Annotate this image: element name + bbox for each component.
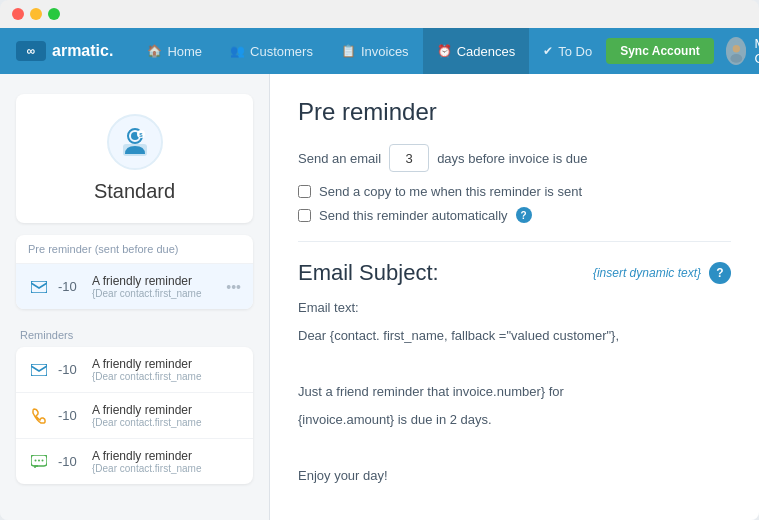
logo-text: armatic. [52, 42, 113, 60]
reminder-subtitle-r0: {Dear contact.first_name [92, 371, 241, 382]
sms-icon [28, 454, 50, 470]
copy-checkbox[interactable] [298, 185, 311, 198]
reminder-days-r1: -10 [58, 408, 84, 423]
copy-label: Send a copy to me when this reminder is … [319, 184, 582, 199]
nav-item-invoices[interactable]: 📋 Invoices [327, 28, 423, 74]
reminders-section: -10 A friendly reminder {Dear contact.fi… [16, 347, 253, 484]
svg-point-11 [35, 459, 37, 461]
reminder-days-r0: -10 [58, 362, 84, 377]
reminder-title-0: A friendly reminder [92, 274, 218, 288]
checkbox-row-0: Send a copy to me when this reminder is … [298, 184, 731, 199]
reminder-subtitle-r1: {Dear contact.first_name [92, 417, 241, 428]
person-icon: $ [119, 126, 151, 158]
close-dot[interactable] [12, 8, 24, 20]
email-icon [28, 279, 50, 295]
nav-item-customers[interactable]: 👥 Customers [216, 28, 327, 74]
sync-account-button[interactable]: Sync Account [606, 38, 714, 64]
nav-invoices-label: Invoices [361, 44, 409, 59]
svg-point-1 [732, 45, 739, 52]
email-subject-title: Email Subject: [298, 260, 439, 286]
nav-customers-label: Customers [250, 44, 313, 59]
insert-dynamic-button[interactable]: {insert dynamic text} [593, 266, 701, 280]
todo-icon: ✔ [543, 44, 553, 58]
pre-reminder-title: Pre reminder [298, 98, 731, 126]
cadence-name: Standard [36, 180, 233, 203]
phone-icon-svg [32, 408, 46, 424]
reminder-days-r2: -10 [58, 454, 84, 469]
email-body: Dear {contact. first_name, fallback ="va… [298, 325, 731, 520]
pre-reminder-section: Pre reminder (sent before due) -10 A fri… [16, 235, 253, 309]
help-icon-small[interactable]: ? [516, 207, 532, 223]
sidebar: $ Standard Pre reminder (sent before due… [0, 74, 270, 520]
svg-rect-9 [31, 364, 47, 376]
email-envelope-icon [31, 281, 47, 293]
email-actions: {insert dynamic text} ? [593, 262, 731, 284]
avatar [726, 37, 747, 65]
home-icon: 🏠 [147, 44, 162, 58]
reminder-days-0: -10 [58, 279, 84, 294]
cadences-icon: ⏰ [437, 44, 452, 58]
nav-home-label: Home [167, 44, 202, 59]
sms-icon-svg [31, 455, 47, 469]
nav-user[interactable]: Max Golovnia ▼ [726, 36, 759, 66]
reminder-item-0[interactable]: -10 A friendly reminder {Dear contact.fi… [16, 347, 253, 393]
send-email-label: Send an email [298, 151, 381, 166]
reminder-item-2[interactable]: -10 A friendly reminder {Dear contact.fi… [16, 439, 253, 484]
auto-checkbox[interactable] [298, 209, 311, 222]
divider [298, 241, 731, 242]
cadence-icon: $ [107, 114, 163, 170]
logo-icon: ∞ [16, 41, 46, 61]
reminder-info-0: A friendly reminder {Dear contact.first_… [92, 274, 218, 299]
right-panel: Pre reminder Send an email 3 days before… [270, 74, 759, 520]
nav-bar: ∞ armatic. 🏠 Home 👥 Customers 📋 Invoices… [0, 28, 759, 74]
send-email-row: Send an email 3 days before invoice is d… [298, 144, 731, 172]
pre-reminder-item-0[interactable]: -10 A friendly reminder {Dear contact.fi… [16, 264, 253, 309]
title-bar [0, 0, 759, 28]
email-line-4 [298, 437, 731, 459]
reminder-title-r2: A friendly reminder [92, 449, 241, 463]
reminder-subtitle-r2: {Dear contact.first_name [92, 463, 241, 474]
nav-todo-label: To Do [558, 44, 592, 59]
cadence-card: $ Standard [16, 94, 253, 223]
phone-icon [28, 408, 50, 424]
nav-item-cadences[interactable]: ⏰ Cadences [423, 28, 530, 74]
days-before-label: days before invoice is due [437, 151, 587, 166]
email-text-label: Email text: [298, 300, 731, 315]
pre-reminder-header: Pre reminder (sent before due) [16, 235, 253, 264]
email-line-5: Enjoy your day! [298, 465, 731, 487]
reminder-more-icon[interactable]: ••• [226, 279, 241, 295]
email-line-3: {invoice.amount} is due in 2 days. [298, 409, 731, 431]
avatar-image [726, 37, 747, 65]
nav-cadences-label: Cadences [457, 44, 516, 59]
customers-icon: 👥 [230, 44, 245, 58]
reminder-title-r0: A friendly reminder [92, 357, 241, 371]
maximize-dot[interactable] [48, 8, 60, 20]
svg-point-12 [38, 459, 40, 461]
reminder-title-r1: A friendly reminder [92, 403, 241, 417]
email-icon-svg [31, 364, 47, 376]
user-name: Max Golovnia [754, 36, 759, 66]
email-line-1 [298, 353, 731, 375]
email-line-2: Just a friend reminder that invoice.numb… [298, 381, 731, 403]
nav-item-todo[interactable]: ✔ To Do [529, 28, 606, 74]
auto-label: Send this reminder automatically [319, 208, 508, 223]
nav-logo: ∞ armatic. [16, 41, 113, 61]
invoices-icon: 📋 [341, 44, 356, 58]
reminder-item-1[interactable]: -10 A friendly reminder {Dear contact.fi… [16, 393, 253, 439]
checkbox-row-1: Send this reminder automatically ? [298, 207, 731, 223]
reminders-label: Reminders [16, 321, 253, 347]
help-circle-button[interactable]: ? [709, 262, 731, 284]
nav-item-home[interactable]: 🏠 Home [133, 28, 216, 74]
svg-rect-8 [31, 281, 47, 293]
email-line-6 [298, 494, 731, 516]
svg-point-13 [42, 459, 44, 461]
minimize-dot[interactable] [30, 8, 42, 20]
email-icon-0 [28, 362, 50, 378]
svg-point-2 [730, 54, 742, 63]
email-line-0: Dear {contact. first_name, fallback ="va… [298, 325, 731, 347]
main-content: $ Standard Pre reminder (sent before due… [0, 74, 759, 520]
reminder-subtitle-0: {Dear contact.first_name [92, 288, 218, 299]
days-input[interactable]: 3 [389, 144, 429, 172]
email-subject-row: Email Subject: {insert dynamic text} ? [298, 260, 731, 286]
